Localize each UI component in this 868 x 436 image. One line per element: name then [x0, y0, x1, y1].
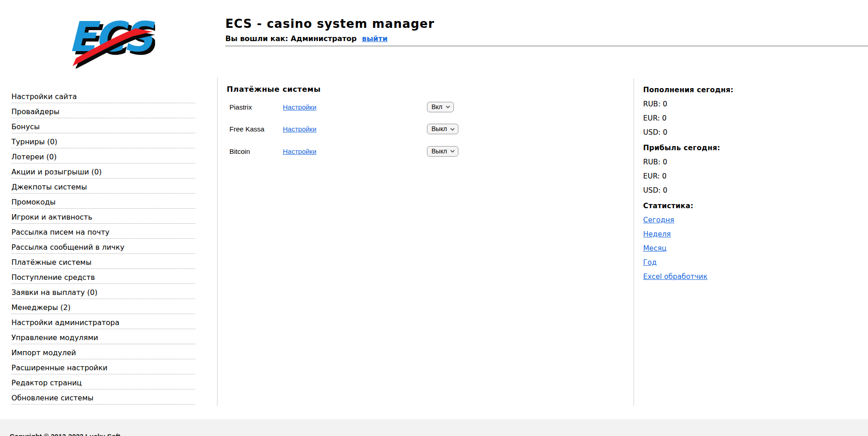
stats-link[interactable]: Неделя	[643, 230, 671, 238]
profit-value: EUR: 0	[643, 169, 862, 184]
sidebar-menu-item[interactable]: Управление модулями	[11, 329, 195, 344]
profit-value: USD: 0	[643, 184, 862, 198]
payment-state-select-wrap: Выкл	[427, 146, 458, 157]
copyright-text: Copyright © 2013-2023 Lucky Soft	[10, 432, 120, 436]
stats-link[interactable]: Excel обработчик	[643, 273, 707, 281]
login-user: Администратор	[291, 34, 357, 43]
sidebar-menu-item[interactable]: Менеджеры (2)	[11, 299, 195, 314]
sidebar-menu-item[interactable]: Платёжные системы	[11, 254, 195, 269]
sidebar-menu-item[interactable]: Рассылка сообщений в личку	[11, 239, 195, 254]
section-heading: Платёжные системы	[227, 85, 628, 94]
sidebar-menu-item[interactable]: Акции и розыгрыши (0)	[11, 163, 195, 179]
payment-rows: Piastrix Настройки Вкл Free Kassa Настро…	[227, 96, 628, 163]
profit-header: Прибыль сегодня:	[643, 141, 862, 155]
sidebar-menu-item[interactable]: Лотереи (0)	[11, 148, 195, 163]
payment-row: Bitcoin Настройки Выкл	[227, 140, 628, 163]
stats-link[interactable]: Сегодня	[643, 216, 674, 224]
payment-state-select[interactable]: Выкл	[427, 146, 458, 157]
payment-settings-link[interactable]: Настройки	[283, 125, 427, 133]
stats-link[interactable]: Год	[643, 258, 657, 267]
profit-value: RUB: 0	[643, 155, 862, 169]
payment-state-select[interactable]: Выкл	[427, 124, 458, 134]
payment-name: Free Kassa	[229, 125, 283, 133]
payment-name: Bitcoin	[229, 147, 283, 155]
sidebar-menu-item[interactable]: Редактор страниц	[11, 374, 195, 389]
stats-link-row: Месяц	[643, 242, 862, 256]
payment-state-select-wrap: Выкл	[427, 124, 458, 134]
main-content: Платёжные системы Piastrix Настройки Вкл…	[227, 85, 628, 163]
login-prefix: Вы вошли как:	[225, 34, 288, 43]
sidebar-menu-item[interactable]: Промокоды	[11, 194, 195, 209]
stats-link-row: Excel обработчик	[643, 270, 862, 284]
ecs-logo: ECS ECS	[63, 9, 155, 68]
sidebar-menu: Настройки сайтаПровайдерыБонусыТурниры (…	[11, 88, 195, 404]
sidebar-menu-item[interactable]: Джекпоты системы	[11, 179, 195, 194]
deposit-value: EUR: 0	[643, 111, 862, 126]
sidebar-menu-item[interactable]: Рассылка писем на почту	[11, 224, 195, 239]
sidebar-menu-item[interactable]: Провайдеры	[11, 103, 195, 118]
sidebar-menu-item[interactable]: Заявки на выплату (0)	[11, 284, 195, 299]
deposits-header: Пополнения сегодня:	[643, 83, 862, 97]
stats-link[interactable]: Месяц	[643, 244, 666, 252]
payment-row: Piastrix Настройки Вкл	[227, 96, 628, 118]
stats-link-row: Год	[643, 256, 862, 270]
sidebar-menu-item[interactable]: Бонусы	[11, 118, 195, 133]
stats-header: Статистика:	[643, 199, 862, 213]
deposit-value: USD: 0	[643, 126, 862, 140]
deposit-value: RUB: 0	[643, 97, 862, 111]
login-status: Вы вошли как: Администратор выйти	[225, 35, 388, 43]
sidebar-menu-item[interactable]: Турниры (0)	[11, 133, 195, 148]
payment-state-select-wrap: Вкл	[427, 102, 454, 112]
payment-state-select[interactable]: Вкл	[427, 102, 454, 112]
right-panel-divider	[634, 79, 634, 406]
page-title: ECS - casino system manager	[225, 17, 435, 30]
sidebar-menu-item[interactable]: Расширенные настройки	[11, 359, 195, 374]
sidebar-menu-item[interactable]: Поступление средств	[11, 269, 195, 284]
sidebar-menu-item[interactable]: Настройки администратора	[11, 314, 195, 329]
sidebar-menu-item[interactable]: Настройки сайта	[11, 88, 195, 103]
sidebar-menu-item[interactable]: Импорт модулей	[11, 344, 195, 359]
stats-panel: Пополнения сегодня: RUB: 0EUR: 0USD: 0 П…	[643, 83, 862, 284]
sidebar-menu-item[interactable]: Игроки и активность	[11, 209, 195, 224]
footer: Copyright © 2013-2023 Lucky Soft	[0, 419, 868, 436]
payment-name: Piastrix	[229, 103, 283, 111]
header-divider	[225, 46, 868, 47]
sidebar-menu-item[interactable]: Обновление системы	[11, 389, 195, 404]
stats-link-row: Неделя	[643, 227, 862, 242]
logout-link[interactable]: выйти	[362, 34, 388, 43]
sidebar-divider	[217, 78, 218, 406]
payment-settings-link[interactable]: Настройки	[283, 147, 427, 155]
payment-row: Free Kassa Настройки Выкл	[227, 118, 628, 141]
payment-settings-link[interactable]: Настройки	[283, 103, 427, 111]
stats-link-row: Сегодня	[643, 213, 862, 227]
